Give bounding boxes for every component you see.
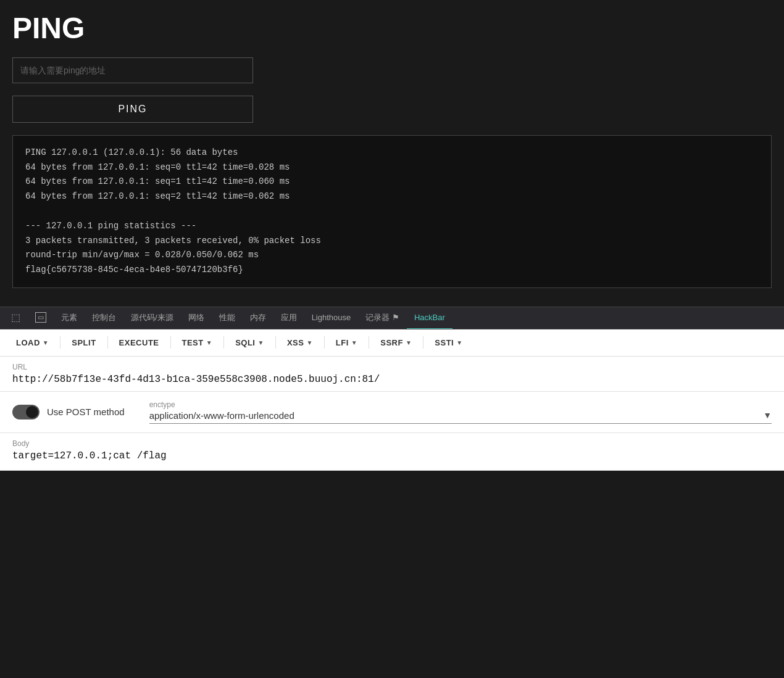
- url-label: URL: [12, 363, 772, 371]
- test-button[interactable]: TEST ▼: [176, 336, 219, 350]
- split-button[interactable]: SPLIT: [65, 336, 102, 350]
- execute-button[interactable]: EXECUTE: [113, 336, 165, 350]
- tab-recorder[interactable]: 记录器 ⚑: [358, 307, 407, 329]
- post-method-label: Use POST method: [47, 407, 125, 417]
- tab-network[interactable]: 网络: [181, 307, 212, 329]
- enctype-group: enctype application/x-www-form-urlencode…: [149, 400, 772, 424]
- ssti-arrow-icon: ▼: [456, 339, 462, 346]
- page-title: PING: [12, 12, 772, 45]
- toolbar-separator-3: [170, 336, 171, 349]
- ping-button[interactable]: PING: [12, 96, 253, 123]
- enctype-label: enctype: [149, 400, 772, 409]
- ping-section: PING PING PING 127.0.0.1 (127.0.0.1): 56…: [0, 0, 784, 307]
- ssrf-arrow-icon: ▼: [406, 339, 412, 346]
- sqli-arrow-icon: ▼: [257, 339, 264, 346]
- body-divider: [0, 470, 784, 471]
- tab-elements[interactable]: 元素: [54, 307, 85, 329]
- post-toggle-group: Use POST method: [12, 405, 125, 420]
- lfi-arrow-icon: ▼: [351, 339, 357, 346]
- tab-elements-icon[interactable]: ⬚: [4, 307, 28, 329]
- tab-console-icon[interactable]: ▭: [28, 307, 54, 329]
- body-value[interactable]: target=127.0.0.1;cat /flag: [12, 450, 772, 461]
- tab-application[interactable]: 应用: [273, 307, 304, 329]
- toolbar-separator-7: [369, 336, 369, 349]
- tab-hackbar[interactable]: HackBar: [407, 307, 452, 329]
- ping-input[interactable]: [12, 57, 253, 83]
- body-field: Body target=127.0.0.1;cat /flag: [0, 433, 784, 470]
- toggle-knob: [26, 406, 38, 418]
- toolbar-separator-6: [324, 336, 325, 349]
- devtools-tabbar: ⬚ ▭ 元素 控制台 源代码/来源 网络 性能 内存 应用 Lighthouse…: [0, 307, 784, 329]
- console-icon: ▭: [35, 312, 46, 323]
- tab-console[interactable]: 控制台: [85, 307, 123, 329]
- toolbar-separator-4: [223, 336, 224, 349]
- load-button[interactable]: LOAD ▼: [10, 336, 55, 350]
- toolbar-separator-8: [423, 336, 423, 349]
- xss-arrow-icon: ▼: [306, 339, 312, 346]
- enctype-dropdown-icon: ▼: [763, 410, 772, 420]
- elements-cursor-icon: ⬚: [11, 312, 20, 323]
- ssti-button[interactable]: SSTI ▼: [428, 336, 469, 350]
- toolbar-separator-2: [107, 336, 108, 349]
- tab-memory[interactable]: 内存: [243, 307, 273, 329]
- post-method-toggle[interactable]: [12, 405, 40, 420]
- sqli-button[interactable]: SQLI ▼: [229, 336, 270, 350]
- toolbar-separator-5: [275, 336, 276, 349]
- toolbar-separator-1: [60, 336, 60, 349]
- xss-button[interactable]: XSS ▼: [281, 336, 319, 350]
- hackbar-content: URL http://58b7f13e-43fd-4d13-b1ca-359e5…: [0, 357, 784, 471]
- hackbar-toolbar: LOAD ▼ SPLIT EXECUTE TEST ▼ SQLI ▼ XSS ▼…: [0, 329, 784, 357]
- ssrf-button[interactable]: SSRF ▼: [374, 336, 418, 350]
- test-arrow-icon: ▼: [206, 339, 212, 346]
- post-method-row: Use POST method enctype application/x-ww…: [0, 392, 784, 433]
- load-arrow-icon: ▼: [43, 339, 49, 346]
- enctype-value: application/x-www-form-urlencoded: [149, 410, 764, 421]
- tab-lighthouse[interactable]: Lighthouse: [304, 307, 359, 329]
- body-label: Body: [12, 439, 772, 448]
- tab-performance[interactable]: 性能: [212, 307, 243, 329]
- url-value[interactable]: http://58b7f13e-43fd-4d13-b1ca-359e558c3…: [12, 374, 772, 385]
- lfi-button[interactable]: LFI ▼: [330, 336, 364, 350]
- enctype-select[interactable]: application/x-www-form-urlencoded ▼: [149, 410, 772, 424]
- tab-sources[interactable]: 源代码/来源: [123, 307, 181, 329]
- ping-output: PING 127.0.0.1 (127.0.0.1): 56 data byte…: [12, 135, 772, 288]
- url-field: URL http://58b7f13e-43fd-4d13-b1ca-359e5…: [0, 357, 784, 392]
